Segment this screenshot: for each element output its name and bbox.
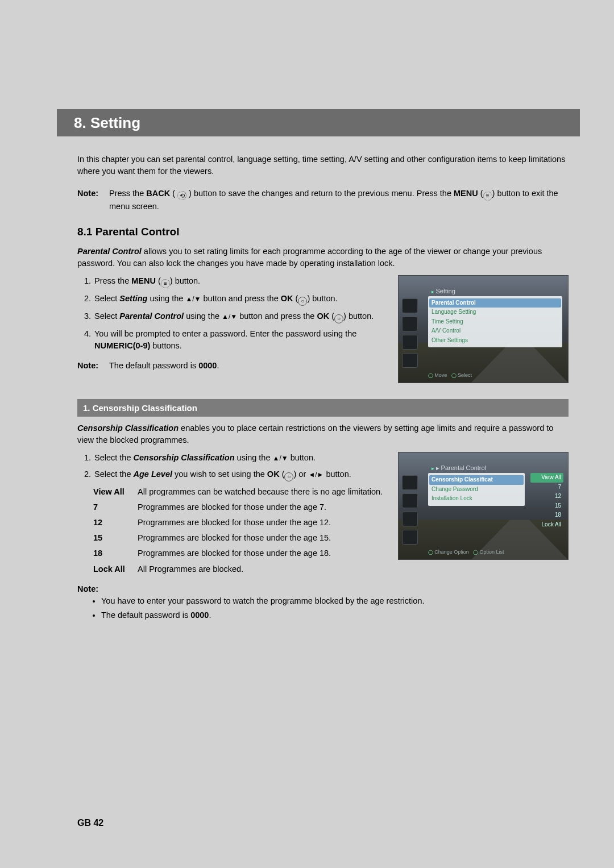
section-heading: 8.1 Parental Control — [77, 224, 569, 240]
osd-hint: Option List — [473, 549, 504, 555]
age-row: 12Programmes are blocked for those under… — [93, 517, 387, 529]
cc-two-col: Select the Censorship Classification usi… — [77, 452, 569, 578]
section-lead: Parental Control allows you to set ratin… — [77, 246, 569, 269]
note-label: Note: — [77, 360, 109, 372]
note-body: The default password is 0000. — [109, 360, 387, 372]
default-pw: 0000 — [190, 610, 209, 620]
txt: buttons. — [150, 341, 182, 350]
txt: button and press the — [201, 294, 281, 303]
txt: The default password is — [109, 361, 198, 370]
osd-title: Setting — [432, 287, 455, 296]
osd-footer: Move Select — [428, 372, 562, 379]
osd-opt: 15 — [530, 501, 563, 511]
ok-icon — [334, 314, 343, 323]
page-number: GB 42 — [77, 818, 103, 828]
age-val: Programmes are blocked for those under t… — [138, 547, 387, 559]
txt: Press the — [94, 276, 131, 285]
txt: Select the — [94, 453, 134, 462]
txt: using the — [235, 453, 273, 462]
menu-icon — [161, 279, 170, 288]
cc-left: Select the Censorship Classification usi… — [77, 452, 387, 578]
cc-lead: Censorship Classification enables you to… — [77, 422, 569, 446]
osd-side-icons — [402, 298, 422, 371]
up-down-icon: ▲/▼ — [185, 295, 201, 303]
age-row: Lock AllAll Programmes are blocked. — [93, 563, 387, 575]
age-key: 12 — [93, 517, 138, 529]
osd-item: Parental Control — [429, 298, 561, 308]
age-val: All programmes can be watched because th… — [138, 486, 387, 498]
pw-note: Note: The default password is 0000. — [77, 360, 387, 372]
osd-left-panel: Censorship Classificat Change Password I… — [428, 473, 525, 506]
txt: allows you to set rating limits for each… — [77, 247, 542, 268]
age-row: 18Programmes are blocked for those under… — [93, 547, 387, 559]
ok-icon — [298, 297, 307, 306]
steps-list: Press the MENU () button. Select Setting… — [77, 275, 387, 352]
cc-note-list: You have to enter your password to watch… — [77, 595, 569, 621]
step-2: Select Setting using the ▲/▼ button and … — [93, 293, 387, 306]
top-note: Note: Press the BACK ( ) button to save … — [77, 188, 569, 213]
steps-col: Press the MENU () button. Select Setting… — [77, 275, 387, 383]
age-val: Programmes are blocked for those under t… — [138, 501, 387, 513]
default-pw: 0000 — [198, 361, 217, 370]
ok-key: OK — [267, 470, 280, 479]
age-key: Lock All — [93, 563, 138, 575]
intro-text: In this chapter you can set parental con… — [77, 153, 569, 177]
osd-item: Other Settings — [432, 336, 559, 346]
osd-menu-panel: Parental Control Language Setting Time S… — [428, 296, 562, 348]
osd-hint: Select — [451, 372, 472, 378]
osd-hint: Change Option — [428, 549, 469, 555]
txt: button. — [288, 453, 316, 462]
txt: Select — [94, 312, 119, 321]
cc-note-item: You have to enter your password to watch… — [101, 595, 569, 607]
txt: button and press the — [237, 312, 317, 321]
osd-item: Language Setting — [432, 308, 559, 317]
txt: button. — [323, 470, 351, 479]
osd-item: Censorship Classificat — [429, 475, 524, 485]
ok-key: OK — [281, 294, 293, 303]
txt: Press the — [109, 189, 146, 198]
osd-setting-screenshot: Setting Parental Control Language Settin… — [398, 275, 569, 383]
age-key: View All — [93, 486, 138, 498]
osd-right-panel: View All 7 12 15 18 Lock All — [530, 473, 563, 529]
osd-opt: 12 — [530, 492, 563, 501]
txt: You will be prompted to enter a password… — [94, 329, 356, 338]
cc-step-2: Select the Age Level you wish to set usi… — [93, 468, 387, 481]
cc-steps: Select the Censorship Classification usi… — [77, 452, 387, 481]
lead-term: Parental Control — [77, 247, 142, 256]
age-key: 7 — [93, 501, 138, 513]
chapter-title: 8. Setting — [74, 114, 140, 132]
back-icon — [177, 191, 186, 200]
txt: button to save the changes and return to… — [194, 189, 454, 198]
txt: Parental Control — [441, 464, 487, 471]
cc-note-item: The default password is 0000. — [101, 609, 569, 621]
osd-hint: Move — [428, 372, 447, 378]
left-right-icon: ◄/► — [308, 471, 323, 479]
txt: Select — [94, 294, 119, 303]
menu-icon — [483, 192, 492, 201]
steps-and-osd: Press the MENU () button. Select Setting… — [77, 275, 569, 389]
term: Parental Control — [119, 312, 184, 321]
txt: using the — [147, 294, 185, 303]
osd-footer: Change Option Option List — [428, 549, 562, 556]
step-3: Select Parental Control using the ▲/▼ bu… — [93, 310, 387, 323]
back-key: BACK — [146, 189, 170, 198]
note-body: Press the BACK ( ) button to save the ch… — [109, 188, 569, 213]
osd-opt: Lock All — [530, 520, 563, 530]
age-row: View AllAll programmes can be watched be… — [93, 486, 387, 498]
age-row: 15Programmes are blocked for those under… — [93, 532, 387, 544]
osd-opt: 18 — [530, 510, 563, 520]
age-key: 15 — [93, 532, 138, 544]
osd-side-icons — [402, 475, 422, 548]
subsection-bar: 1. Censorship Classification — [77, 399, 569, 417]
osd-item: A/V Control — [432, 326, 559, 336]
term: Age Level — [134, 470, 173, 479]
osd-item: Change Password — [432, 485, 521, 495]
osd-item: Time Setting — [432, 317, 559, 327]
age-val: Programmes are blocked for those under t… — [138, 517, 387, 529]
txt: using the — [184, 312, 222, 321]
osd-title: ▸ Parental Control — [432, 464, 486, 473]
age-key: 18 — [93, 547, 138, 559]
ok-key: OK — [317, 312, 329, 321]
ok-icon — [284, 472, 293, 481]
age-row: 7Programmes are blocked for those under … — [93, 501, 387, 513]
